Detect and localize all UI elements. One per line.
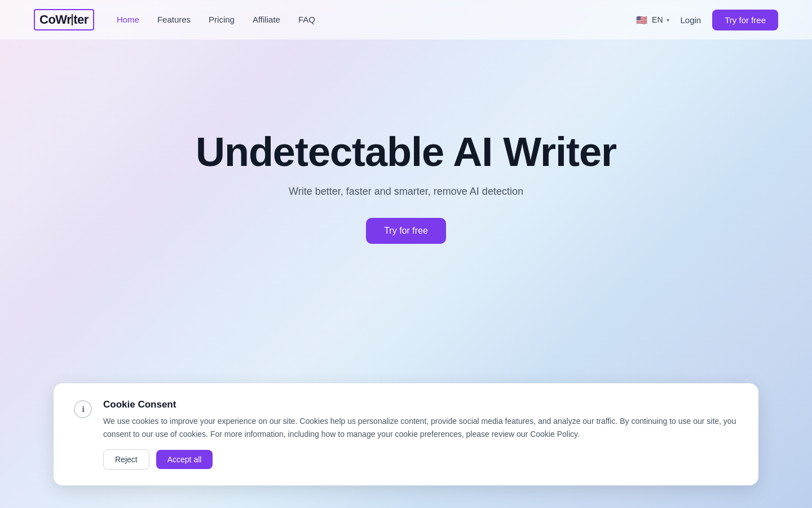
nav-link-features[interactable]: Features — [157, 15, 191, 24]
logo[interactable]: CoWrter — [34, 9, 94, 30]
nav-link-faq[interactable]: FAQ — [298, 15, 315, 24]
hero-subtitle: Write better, faster and smarter, remove… — [289, 186, 523, 198]
navbar-right: 🇺🇸 EN ▾ Login Try for free — [635, 10, 778, 30]
nav-item-features[interactable]: Features — [157, 15, 191, 25]
nav-item-faq[interactable]: FAQ — [298, 15, 315, 25]
navbar-left: CoWrter Home Features Pricing Affiliate … — [34, 9, 315, 30]
login-button[interactable]: Login — [681, 15, 701, 25]
hero-section: Undetectable AI Writer Write better, fas… — [0, 40, 812, 244]
logo-text-ter: ter — [73, 12, 89, 27]
flag-icon: 🇺🇸 — [635, 15, 648, 24]
cookie-title: Cookie Consent — [103, 399, 738, 410]
nav-link-pricing[interactable]: Pricing — [209, 15, 235, 24]
nav-links: Home Features Pricing Affiliate FAQ — [117, 15, 315, 25]
language-selector[interactable]: 🇺🇸 EN ▾ — [635, 15, 669, 24]
navbar: CoWrter Home Features Pricing Affiliate … — [0, 0, 812, 40]
cookie-actions: Reject Accept all — [103, 449, 738, 470]
try-free-nav-button[interactable]: Try for free — [712, 10, 778, 30]
hero-title: Undetectable AI Writer — [196, 130, 616, 174]
nav-item-home[interactable]: Home — [117, 15, 139, 25]
cookie-text: We use cookies to improve your experienc… — [103, 415, 738, 440]
chevron-down-icon: ▾ — [667, 17, 669, 23]
try-free-hero-button[interactable]: Try for free — [366, 218, 446, 244]
lang-code: EN — [652, 15, 663, 24]
nav-link-affiliate[interactable]: Affiliate — [253, 15, 280, 24]
accept-all-button[interactable]: Accept all — [156, 450, 213, 469]
logo-cursor — [72, 14, 73, 25]
nav-item-affiliate[interactable]: Affiliate — [253, 15, 280, 25]
reject-button[interactable]: Reject — [103, 449, 149, 470]
logo-text-co: CoWr — [39, 12, 71, 27]
cookie-info-icon: ℹ — [74, 400, 92, 418]
cookie-banner: ℹ Cookie Consent We use cookies to impro… — [54, 383, 758, 485]
cookie-content: Cookie Consent We use cookies to improve… — [103, 399, 738, 470]
nav-item-pricing[interactable]: Pricing — [209, 15, 235, 25]
nav-link-home[interactable]: Home — [117, 15, 139, 24]
